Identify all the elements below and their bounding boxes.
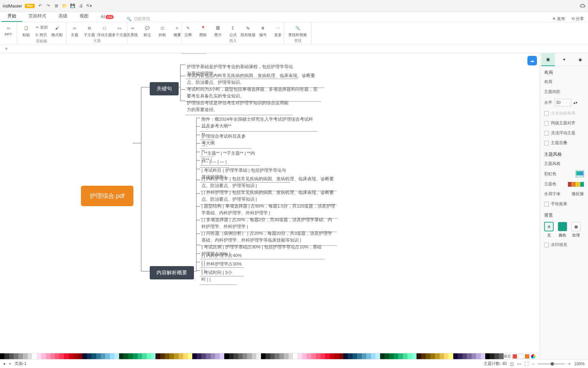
color-swatch[interactable] [275,353,279,359]
export-icon[interactable]: ⇱▾ [86,3,92,9]
relation-button[interactable]: ↝关系线 [125,24,140,38]
color-swatch[interactable] [128,353,133,359]
leaf-node[interactable]: | 考试时间 | 3小时 | | [200,269,237,285]
color-swatch[interactable] [416,353,421,359]
color-swatch[interactable] [430,353,435,359]
color-swatch[interactable] [18,353,23,359]
color-swatch[interactable] [238,353,243,359]
color-swatch[interactable] [233,353,238,359]
note-button[interactable]: ✎注释 [181,24,196,38]
leaf-node[interactable]: 附件：概2024年全国硕士研究生入学考试护理综合考试科目及参考大纲** [200,115,317,132]
color-swatch[interactable] [293,353,297,359]
font-select[interactable]: 微软雅 [572,191,584,197]
tab-view[interactable]: 视图 [74,11,95,22]
color-swatch[interactable] [64,353,68,359]
color-swatch[interactable] [105,353,110,359]
color-swatch[interactable] [302,353,307,359]
color-swatch[interactable] [339,353,343,359]
hyperlink-button[interactable]: ⇆双向链接 [241,24,256,38]
color-palette[interactable]: 最近 [0,353,540,359]
fit-icon[interactable]: ⛶ [524,362,528,366]
color-swatch[interactable] [224,353,229,359]
color-swatch[interactable] [435,353,439,359]
color-swatch[interactable] [462,353,467,359]
color-swatch[interactable] [494,353,499,359]
color-swatch[interactable] [151,353,156,359]
redo-icon[interactable]: ↷ [46,3,51,9]
color-swatch[interactable] [353,353,357,359]
theme-color-swatch[interactable] [568,182,584,187]
color-swatch[interactable] [165,353,169,359]
panel-tab-marker[interactable]: ◉ [573,53,587,66]
color-swatch[interactable] [394,353,398,359]
color-swatch[interactable] [215,353,219,359]
outline-view-icon[interactable]: ◫ [510,362,514,366]
color-swatch[interactable] [343,353,348,359]
copy-button[interactable]: ⎘拷贝 [34,31,50,39]
branch-content-parse[interactable]: 内容解析概要 [150,266,194,279]
watermark-checkbox[interactable] [544,243,549,247]
add-page[interactable]: + [9,362,11,366]
color-swatch[interactable] [398,353,403,359]
flex-float-checkbox[interactable] [544,131,549,136]
color-swatch[interactable] [297,353,302,359]
color-swatch[interactable] [252,353,256,359]
color-swatch[interactable] [385,353,389,359]
formula-button[interactable]: Σ公式 [226,24,241,38]
color-swatch[interactable] [69,353,73,359]
bg-texture-button[interactable]: ▦纹理 [571,222,581,238]
float-topic-button[interactable]: ▢浮动主题 [97,24,112,38]
color-swatch[interactable] [73,353,78,359]
tab-ai[interactable]: AIHot [95,12,120,22]
color-swatch[interactable] [96,353,101,359]
icon-marker-button[interactable]: 📍图标 [196,24,211,38]
color-swatch[interactable] [426,353,430,359]
topic-button[interactable]: ▭主题 [67,24,82,38]
color-swatch[interactable] [421,353,426,359]
leaf-node[interactable]: 护理综合考试是评估考生对护理学知识的综合运用能力的重要途径。 [185,99,293,115]
color-swatch[interactable] [403,353,407,359]
color-swatch[interactable] [101,353,105,359]
color-swatch[interactable] [261,353,265,359]
boundary-button[interactable]: ◫外框 [155,24,170,38]
color-swatch[interactable] [476,353,480,359]
color-swatch[interactable] [243,353,247,359]
color-swatch[interactable] [485,353,490,359]
color-swatch[interactable] [229,353,233,359]
cloud-sync-button[interactable]: ☁ [527,56,537,65]
format-painter-button[interactable]: 🖌格式刷 [50,24,65,39]
color-swatch[interactable] [156,353,160,359]
color-swatch[interactable] [183,353,187,359]
print-icon[interactable]: 🖨 [78,3,84,9]
root-node[interactable]: 护理综合.pdf [81,186,133,206]
color-swatch[interactable] [87,353,92,359]
color-swatch[interactable] [453,353,458,359]
color-swatch[interactable] [201,353,206,359]
color-swatch[interactable] [256,353,261,359]
color-swatch[interactable] [440,353,444,359]
bg-color-button[interactable]: 颜色 [558,222,567,238]
color-swatch[interactable] [197,353,201,359]
color-swatch[interactable] [490,353,494,359]
color-swatch[interactable] [307,353,311,359]
save-icon[interactable]: 💾 [70,3,76,9]
color-swatch[interactable] [28,353,32,359]
color-swatch[interactable] [82,353,87,359]
color-swatch[interactable] [389,353,394,359]
tab-start[interactable]: 开始 [1,11,22,22]
color-swatch[interactable] [325,353,329,359]
color-swatch[interactable] [23,353,27,359]
color-swatch[interactable] [110,353,114,359]
publish-button[interactable]: ✈ 发布 [552,16,565,22]
ppt-button[interactable]: ▭PPT [1,24,16,37]
color-swatch[interactable] [284,353,288,359]
color-swatch[interactable] [179,353,183,359]
color-swatch[interactable] [247,353,251,359]
recent-color[interactable] [525,354,529,359]
zoom-out-icon[interactable]: − [532,362,534,366]
cut-button[interactable]: ✂剪切 [34,24,50,31]
color-swatch[interactable] [357,353,361,359]
color-swatch[interactable] [37,353,41,359]
color-swatch[interactable] [472,353,476,359]
bg-none-button[interactable]: ⊘无 [544,222,554,238]
